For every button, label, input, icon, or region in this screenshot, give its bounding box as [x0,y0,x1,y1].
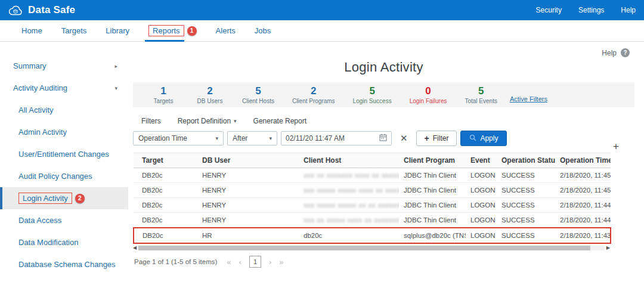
table-row[interactable]: DB20cHENRYxxx xxxxx xxxxx xx xx xxxxxxxx… [134,198,611,213]
table-header-row: TargetDB UserClient HostClient ProgramEv… [134,153,611,168]
help-label: Help [602,49,617,57]
sidebar-item-label: Audit Policy Changes [18,172,92,181]
login-activity-table: TargetDB UserClient HostClient ProgramEv… [133,153,611,244]
scroll-left-icon[interactable]: ◀ [133,246,137,250]
report-definition-menu[interactable]: Report Definition ▾ [178,117,237,125]
apply-button[interactable]: Apply [460,131,507,146]
annotation-box-reports: Reports [148,25,184,36]
cell-target: DB20c [134,168,197,183]
cell-operation-time: 2/18/2020, 11:45:31 AM [555,183,611,198]
cell-text: 2/18/2020, 11:43:09 AM [560,232,611,239]
redacted-text: xxx xxxxx xxxxx xx xx xxxxxxxxxx xxxx [304,202,399,209]
tab-library[interactable]: Library [96,20,139,41]
annotation-step-badge: 1 [187,26,197,36]
tab-jobs[interactable]: Jobs [245,20,280,41]
cell-event: LOGON [466,168,497,183]
cell-text: LOGON [470,187,496,194]
cell-text: LOGON [470,232,496,239]
current-page-button[interactable]: 1 [249,256,261,268]
top-link-security[interactable]: Security [536,6,562,14]
top-header-bar: Data Safe SecuritySettingsHelp [0,0,644,20]
generate-report-button[interactable]: Generate Report [253,117,306,125]
cell-operation-time: 2/18/2020, 11:43:09 AM [555,228,611,243]
sidebar-item-all-activity[interactable]: All Activity [0,99,128,121]
tab-label: Library [106,26,129,35]
filters-button[interactable]: Filters [141,117,161,125]
sidebar-item-audit-policy-changes[interactable]: Audit Policy Changes [0,165,128,187]
sidebar-item-activity-auditing[interactable]: Activity Auditing▾ [0,77,128,99]
tab-alerts[interactable]: Alerts [206,20,245,41]
cell-text: 2/18/2020, 11:45:31 AM [560,172,611,179]
top-link-help[interactable]: Help [621,6,636,14]
scrollbar-track[interactable] [138,246,605,250]
table-row[interactable]: DB20cHENRYxxx xxxxx xxxxx xxxx xx xxxxxx… [134,183,611,198]
help-question-icon[interactable]: ? [621,48,630,57]
sidebar-item-label: Database Schema Changes [18,260,116,269]
table-row[interactable]: DB20cHRdb20csqlplus@db20c (TNS V1-V3)LOG… [134,228,611,243]
horizontal-scrollbar[interactable]: ◀ ▶ [133,245,610,250]
stat-value: 2 [196,86,224,97]
cell-client-program: JDBC Thin Client [399,168,466,183]
table-row[interactable]: DB20cHENRYxxx xx xxxxxxx xxxx xx xxxxxxx… [134,168,611,183]
tab-reports[interactable]: Reports1 [139,20,206,41]
sidebar-item-login-activity[interactable]: Login Activity2 [0,187,128,209]
cell-client-program: JDBC Thin Client [399,213,466,228]
column-header-client-program[interactable]: Client Program [399,153,466,168]
sidebar-item-label: Summary [13,61,47,70]
sidebar-item-summary[interactable]: Summary▸ [0,55,128,77]
summary-stats-bar: 1Targets2DB Users5Client Hosts2Client Pr… [133,82,634,107]
column-header-client-host[interactable]: Client Host [299,153,399,168]
cell-event: LOGON [466,213,497,228]
next-page-icon[interactable]: › [269,258,271,266]
cell-text: HENRY [202,216,226,224]
filter-field-select[interactable]: Operation Time ▾ [133,131,224,145]
column-header-db-user[interactable]: DB User [197,153,299,168]
sidebar-item-database-schema-changes[interactable]: Database Schema Changes [0,253,128,275]
cloud-logo-icon [8,5,23,16]
prev-page-icon[interactable]: ‹ [239,258,242,266]
column-header-event[interactable]: Event [466,153,497,168]
scroll-right-icon[interactable]: ▶ [606,246,610,250]
cell-text: 2/18/2020, 11:45:31 AM [560,187,611,194]
cell-db-user: HENRY [197,168,299,183]
cell-text: 2/18/2020, 11:44:50 AM [560,202,611,209]
sidebar-item-data-access[interactable]: Data Access [0,209,128,231]
cell-text: LOGON [470,202,496,209]
stat-label: DB Users [196,98,224,104]
chevron-down-icon: ▾ [269,135,272,141]
filter-operator-select[interactable]: After ▾ [227,131,277,145]
filter-datetime-input[interactable]: 02/11/20 11:47 AM [281,131,392,145]
plus-icon: + [425,134,429,143]
column-header-operation-status[interactable]: Operation Status [497,153,555,168]
add-filter-button[interactable]: + Filter [416,131,457,146]
top-link-settings[interactable]: Settings [578,6,604,14]
clear-filter-icon[interactable]: ✕ [400,133,408,144]
tab-targets[interactable]: Targets [52,20,97,41]
help-link[interactable]: Help ? [602,48,630,57]
cell-db-user: HENRY [197,198,299,213]
table-row[interactable]: DB20cHENRYxxx xx xxxxx xxxx xx xxxxxxxxx… [134,213,611,228]
cell-client-program: JDBC Thin Client [399,183,466,198]
scrollbar-thumb[interactable] [138,246,590,250]
last-page-icon[interactable]: » [279,258,283,266]
cell-client-program: sqlplus@db20c (TNS V1-V3) [399,228,466,243]
cell-text: 2/18/2020, 11:44:50 AM [560,216,611,224]
active-filters-link[interactable]: Active Filters [510,95,547,104]
column-header-target[interactable]: Target [134,153,197,168]
stat-value: 5 [242,86,274,97]
sidebar-item-data-modification[interactable]: Data Modification [0,231,128,253]
cell-text: HR [202,232,212,239]
cell-text: SUCCESS [501,202,535,209]
sidebar-item-admin-activity[interactable]: Admin Activity [0,121,128,143]
sidebar-item-user-entitlement-changes[interactable]: User/Entitlement Changes [0,143,128,165]
cell-client-program: JDBC Thin Client [399,198,466,213]
first-page-icon[interactable]: « [227,258,231,266]
tab-label: Alerts [216,26,236,35]
calendar-icon[interactable] [379,134,387,143]
cell-text: DB20c [142,187,163,194]
column-header-operation-time[interactable]: Operation Time [555,153,611,168]
tab-home[interactable]: Home [12,20,52,41]
pagination-bar: Page 1 of 1 (1-5 of 5 items) « ‹ 1 › » [133,256,610,268]
report-sidebar: Summary▸Activity Auditing▾All ActivityAd… [0,42,128,282]
add-column-icon[interactable]: + [613,142,619,151]
